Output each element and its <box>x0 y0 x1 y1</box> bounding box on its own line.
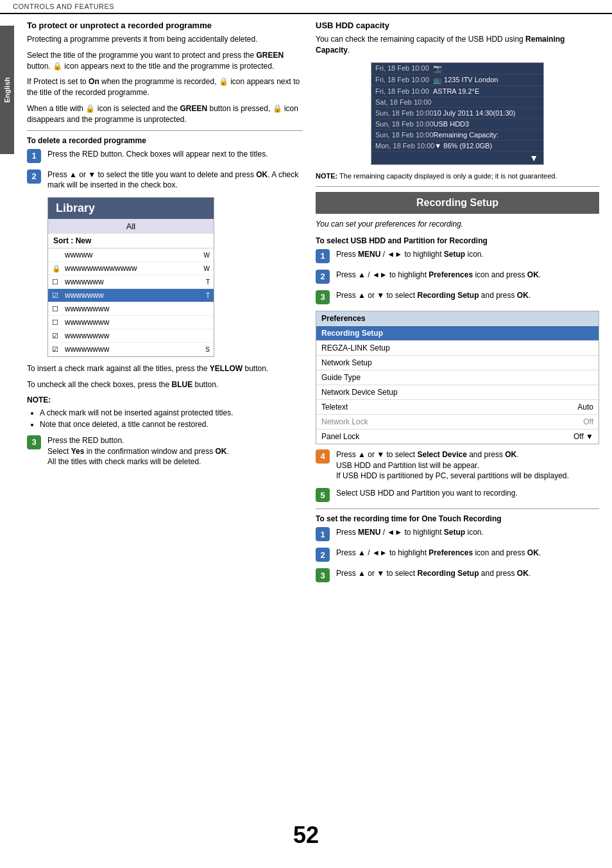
step-num-2: 2 <box>27 169 41 184</box>
hdd-row-4: Sun, 18 Feb 10:00 10 July 2011 14:30(01:… <box>371 108 543 119</box>
row-title-6: wwwwwwww <box>65 331 197 340</box>
step-text-ot-2: Press ▲ / ◄► to highlight Preferences ic… <box>336 548 541 559</box>
note-item-2: Note that once deleted, a title cannot b… <box>40 419 303 430</box>
hdd-row-0: Fri, 18 Feb 10:00 📷 <box>371 63 543 74</box>
step-num-ot-3: 3 <box>316 568 330 582</box>
lock-icon-2: 🔒 <box>219 77 228 86</box>
delete-step-1: 1 Press the RED button. Check boxes will… <box>27 149 303 163</box>
recording-setup-title: Recording Setup <box>316 192 599 214</box>
hdd-row-6: Sun, 18 Feb 10:00 Remaining Capacity: <box>371 130 543 141</box>
step-num-ot-2: 2 <box>316 548 330 562</box>
divider-one-touch <box>316 508 599 509</box>
page-container: CONTROLS AND FEATURES English To protect… <box>0 0 612 868</box>
step-text-usb-3: Press ▲ or ▼ to select Recording Setup a… <box>336 290 531 301</box>
library-row[interactable]: 🔒 wwwwwwwwwwwww W <box>48 262 214 275</box>
step-text-usb-4: Press ▲ or ▼ to select Select Device and… <box>336 449 569 482</box>
prefs-row-panel-lock[interactable]: Panel Lock Off ▼ <box>316 430 599 444</box>
lock-icon-3: 🔒 <box>85 104 95 113</box>
hdd-row-5: Sun, 18 Feb 10:00 USB HDD3 <box>371 119 543 130</box>
prefs-row-network-setup[interactable]: Network Setup <box>316 356 599 370</box>
prefs-row-network-device[interactable]: Network Device Setup <box>316 385 599 400</box>
usb-partition-heading: To select USB HDD and Partition for Reco… <box>316 236 599 245</box>
lock-icon-1: 🔒 <box>53 62 62 71</box>
protect-para1: Protecting a programme prevents it from … <box>27 34 303 45</box>
right-column: USB HDD capacity You can check the remai… <box>316 21 599 589</box>
row-title-3: wwwwwww <box>65 291 197 300</box>
row-checkbox-3: ☑ <box>52 291 65 300</box>
step-text-1: Press the RED button. Check boxes will a… <box>47 149 268 160</box>
usb-section: USB HDD capacity You can check the remai… <box>316 21 599 181</box>
step-text-usb-5: Select USB HDD and Partition you want to… <box>336 488 518 499</box>
step-num-ot-1: 1 <box>316 527 330 541</box>
language-label: English <box>0 26 14 154</box>
library-row[interactable]: ☐ wwwwwwww <box>48 302 214 316</box>
recording-setup-italic: You can set your preferences for recordi… <box>316 219 599 230</box>
protect-section: To protect or unprotect a recorded progr… <box>27 21 303 125</box>
usb-step-4: 4 Press ▲ or ▼ to select Select Device a… <box>316 449 599 482</box>
header-title: CONTROLS AND FEATURES <box>13 3 114 10</box>
row-checkbox-2: ☐ <box>52 278 65 286</box>
one-touch-section: To set the recording time for One Touch … <box>316 514 599 582</box>
row-lock-1: 🔒 <box>52 265 65 273</box>
ot-step-3: 3 Press ▲ or ▼ to select Recording Setup… <box>316 568 599 582</box>
delete-step-2: 2 Press ▲ or ▼ to select the title you w… <box>27 169 303 191</box>
prefs-row-network-lock[interactable]: Network Lock Off <box>316 415 599 430</box>
row-title-5: wwwwwwww <box>65 318 197 327</box>
library-row[interactable]: ☑ wwwwwwww S <box>48 343 214 356</box>
row-title-1: wwwwwwwwwwwww <box>65 264 197 273</box>
left-column: To protect or unprotect a recorded progr… <box>27 21 303 589</box>
delete-step-3: 3 Press the RED button. Select Yes in th… <box>27 435 303 467</box>
library-title: Library <box>48 198 214 219</box>
row-title-0: wwwww <box>65 250 197 259</box>
step-text-usb-1: Press MENU / ◄► to highlight Setup icon. <box>336 249 484 260</box>
hdd-capacity-box: Fri, 18 Feb 10:00 📷 Fri, 18 Feb 10:00 📺 … <box>371 62 544 165</box>
ot-step-1: 1 Press MENU / ◄► to highlight Setup ico… <box>316 527 599 541</box>
usb-step-2: 2 Press ▲ / ◄► to highlight Preferences … <box>316 270 599 284</box>
prefs-row-regza[interactable]: REGZA-LINK Setup <box>316 341 599 356</box>
hdd-row-2: Fri, 18 Feb 10:00 ASTRA 19.2°E <box>371 86 543 97</box>
preferences-table: Preferences Recording Setup REGZA-LINK S… <box>316 311 599 444</box>
step-text-usb-2: Press ▲ / ◄► to highlight Preferences ic… <box>336 270 541 281</box>
scroll-arrow: ▼ <box>371 152 543 164</box>
recording-setup-section: Recording Setup You can set your prefere… <box>316 192 599 582</box>
step-num-usb-3: 3 <box>316 290 330 304</box>
step-text-3: Press the RED button. Select Yes in the … <box>47 435 229 467</box>
usb-step-5: 5 Select USB HDD and Partition you want … <box>316 488 599 502</box>
row-checkbox-7: ☑ <box>52 345 65 354</box>
row-title-7: wwwwwwww <box>65 345 197 354</box>
hdd-row-3: Sat, 18 Feb 10:00 <box>371 97 543 108</box>
row-title-4: wwwwwwww <box>65 304 197 313</box>
ot-step-2: 2 Press ▲ / ◄► to highlight Preferences … <box>316 548 599 562</box>
one-touch-heading: To set the recording time for One Touch … <box>316 514 599 523</box>
row-title-2: wwwwwww <box>65 277 197 286</box>
library-all: All <box>48 219 214 234</box>
hdd-row-1: Fri, 18 Feb 10:00 📺 1235 ITV London <box>371 74 543 86</box>
page-number: 52 <box>0 809 612 855</box>
library-row-selected[interactable]: ☑ wwwwwww T <box>48 289 214 302</box>
library-sort: Sort : New <box>48 234 214 248</box>
step-num-1: 1 <box>27 149 41 163</box>
divider-1 <box>27 130 303 131</box>
step-text-2: Press ▲ or ▼ to select the title you wan… <box>47 169 303 191</box>
library-row[interactable]: wwwww W <box>48 248 214 262</box>
note-list: A check mark will not be inserted agains… <box>27 407 303 430</box>
page-header: CONTROLS AND FEATURES <box>0 0 612 14</box>
prefs-row-header: Preferences <box>316 311 599 326</box>
step-text-ot-1: Press MENU / ◄► to highlight Setup icon. <box>336 527 484 538</box>
protect-para4: When a title with 🔒 icon is selected and… <box>27 103 303 125</box>
hdd-row-7: Mon, 18 Feb 10:00 ▼ 86% (912.0GB) <box>371 141 543 152</box>
hdd-note: NOTE: The remaining capacity displayed i… <box>316 171 599 181</box>
row-checkbox-5: ☐ <box>52 318 65 327</box>
row-checkbox-4: ☐ <box>52 305 65 313</box>
library-row[interactable]: ☑ wwwwwwww <box>48 329 214 343</box>
divider-right <box>316 186 599 187</box>
library-row[interactable]: ☐ wwwwwwww <box>48 316 214 329</box>
usb-heading: USB HDD capacity <box>316 21 599 30</box>
prefs-row-teletext[interactable]: Teletext Auto <box>316 400 599 415</box>
protect-para2: Select the title of the programme you wa… <box>27 50 303 72</box>
delete-section: To delete a recorded programme 1 Press t… <box>27 136 303 468</box>
prefs-row-recording-setup[interactable]: Recording Setup <box>316 326 599 341</box>
main-content: To protect or unprotect a recorded progr… <box>14 14 612 595</box>
prefs-row-guide-type[interactable]: Guide Type <box>316 370 599 385</box>
library-row[interactable]: ☐ wwwwwww T <box>48 275 214 289</box>
